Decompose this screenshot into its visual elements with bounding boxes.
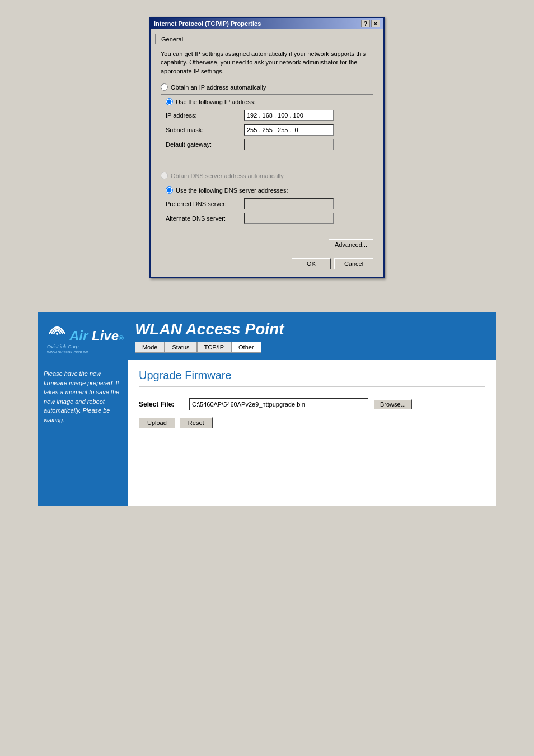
subnet-row: Subnet mask: [166, 124, 368, 136]
action-row: Upload Reset [139, 417, 485, 428]
alternate-dns-row: Alternate DNS server: [166, 213, 368, 224]
advanced-button[interactable]: Advanced... [329, 239, 373, 250]
dialog-footer: OK Cancel [155, 255, 379, 273]
radio-manual-dns-label: Use the following DNS server addresses: [176, 187, 288, 194]
title-area: WLAN Access Point Mode Status TCP/IP Oth… [135, 320, 487, 353]
dialog-title: Internet Protocol (TCP/IP) Properties [154, 20, 261, 27]
close-button[interactable]: × [371, 20, 380, 27]
ip-address-row: IP address: [166, 110, 368, 121]
tab-tcpip[interactable]: TCP/IP [197, 342, 231, 353]
radio-manual-ip-label: Use the following IP address: [176, 99, 255, 105]
airlive-main: Upgrade Firmware Select File: Browse... … [128, 360, 496, 506]
cancel-button[interactable]: Cancel [334, 258, 373, 269]
advanced-row: Advanced... [155, 237, 379, 253]
airlive-panel: Air Live® OvisLink Corp. www.ovislink.co… [38, 312, 496, 506]
preferred-dns-input[interactable] [244, 198, 334, 209]
radio-auto-ip-label: Obtain an IP address automatically [171, 84, 266, 91]
radio-manual-ip[interactable] [166, 98, 173, 105]
tab-mode[interactable]: Mode [135, 342, 165, 353]
sidebar-text: Please have the new firmware image prepa… [44, 370, 119, 423]
ip-address-input[interactable] [244, 110, 334, 121]
titlebar-buttons: ? × [361, 20, 380, 27]
manual-dns-group: Use the following DNS server addresses: … [161, 183, 373, 232]
airlive-sidebar: Please have the new firmware image prepa… [38, 360, 128, 506]
upload-button[interactable]: Upload [139, 417, 175, 428]
gateway-label: Default gateway: [166, 141, 244, 148]
alternate-dns-input[interactable] [244, 213, 334, 224]
firmware-form: Select File: Browse... Upload Reset [139, 398, 485, 428]
logo-area: Air Live® OvisLink Corp. www.ovislink.co… [47, 318, 124, 354]
description-text: You can get IP settings assigned automat… [161, 50, 373, 76]
radio-manual-ip-option: Use the following IP address: [166, 98, 368, 105]
svg-point-0 [56, 333, 58, 335]
file-path-input[interactable] [189, 398, 368, 410]
ok-button[interactable]: OK [292, 258, 331, 269]
select-file-label: Select File: [139, 400, 184, 408]
subnet-label: Subnet mask: [166, 127, 244, 133]
preferred-dns-label: Preferred DNS server: [166, 200, 244, 207]
airlive-tabs: Mode Status TCP/IP Other [135, 342, 261, 353]
manual-ip-group: Use the following IP address: IP address… [161, 94, 373, 158]
airlive-content: Please have the new firmware image prepa… [38, 360, 496, 506]
tcpip-dialog: Internet Protocol (TCP/IP) Properties ? … [149, 17, 385, 278]
dialog-body: General You can get IP settings assigned… [151, 29, 383, 277]
tab-bar: General [155, 34, 379, 44]
radio-manual-dns-option: Use the following DNS server addresses: [166, 186, 368, 194]
preferred-dns-row: Preferred DNS server: [166, 198, 368, 209]
radio-auto-dns [161, 172, 168, 179]
wlan-title: WLAN Access Point [135, 320, 284, 338]
radio-auto-dns-option: Obtain DNS server address automatically [161, 172, 373, 179]
airlive-header: Air Live® OvisLink Corp. www.ovislink.co… [38, 312, 496, 360]
logo-text: Air Live® [69, 329, 124, 343]
upgrade-title: Upgrade Firmware [139, 369, 485, 387]
radio-auto-ip[interactable] [161, 83, 168, 91]
gateway-row: Default gateway: [166, 139, 368, 150]
subnet-input[interactable] [244, 124, 334, 136]
radio-auto-ip-option: Obtain an IP address automatically [161, 83, 373, 91]
gateway-input[interactable] [244, 139, 334, 150]
ovislink-url: www.ovislink.com.tw [47, 349, 88, 354]
tab-status[interactable]: Status [165, 342, 196, 353]
ovislink-brand: OvisLink Corp. [47, 344, 88, 349]
help-button[interactable]: ? [361, 20, 370, 27]
tab-general[interactable]: General [155, 34, 189, 44]
browse-button[interactable]: Browse... [374, 399, 412, 409]
alternate-dns-label: Alternate DNS server: [166, 215, 244, 222]
select-file-row: Select File: Browse... [139, 398, 485, 410]
ip-label: IP address: [166, 112, 244, 119]
tab-other[interactable]: Other [231, 342, 261, 353]
reset-button[interactable]: Reset [180, 417, 213, 428]
radio-auto-dns-label: Obtain DNS server address automatically [171, 172, 284, 179]
radio-manual-dns[interactable] [166, 186, 173, 194]
dialog-titlebar: Internet Protocol (TCP/IP) Properties ? … [151, 18, 383, 29]
signal-icon [47, 318, 67, 342]
